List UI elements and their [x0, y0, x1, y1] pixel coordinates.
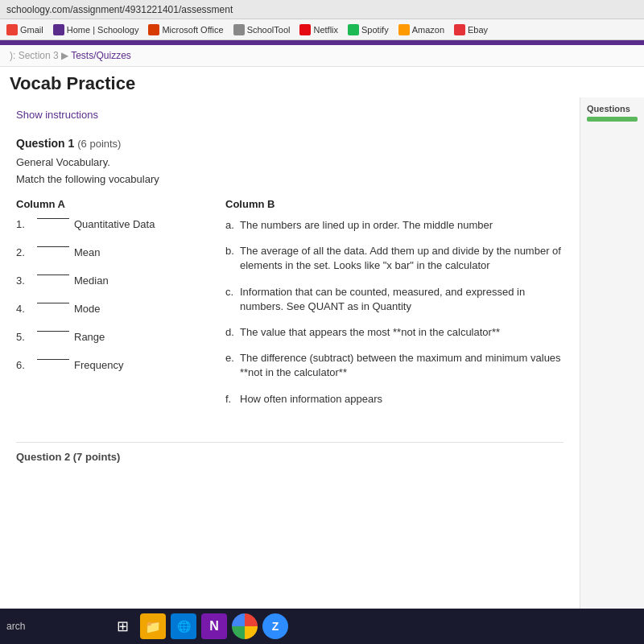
blank-line[interactable] — [37, 331, 69, 332]
amazon-icon — [398, 24, 410, 35]
schoology-icon — [53, 24, 64, 35]
blank-line[interactable] — [37, 246, 69, 247]
definition-text: The average of all the data. Add them up… — [240, 244, 564, 273]
breadcrumb-prefix: ): Section 3 — [10, 50, 59, 61]
list-item: b. The average of all the data. Add them… — [225, 244, 564, 273]
def-letter: f. — [225, 392, 240, 407]
right-sidebar: Questions — [580, 97, 644, 609]
main-area: ): Section 3 ▶ Tests/Quizzes Vocab Pract… — [0, 40, 644, 609]
bookmark-schoology[interactable]: Home | Schoology — [53, 24, 139, 35]
list-item: a. The numbers are lined up in order. Th… — [225, 218, 564, 233]
show-instructions-link[interactable]: Show instructions — [16, 109, 98, 121]
bookmark-ebay-label: Ebay — [468, 25, 488, 35]
bookmark-office-label: Microsoft Office — [162, 25, 223, 35]
list-item: 2. Mean — [16, 246, 209, 258]
column-b: Column B a. The numbers are lined up in … — [225, 198, 564, 418]
bookmark-ebay[interactable]: Ebay — [454, 24, 488, 35]
bookmark-gmail[interactable]: Gmail — [6, 24, 43, 35]
item-num: 6. — [16, 359, 32, 371]
questions-sidebar-label: Questions — [587, 104, 638, 114]
item-num: 3. — [16, 275, 32, 287]
file-explorer-icon[interactable]: 📁 — [140, 613, 166, 639]
bookmark-gmail-label: Gmail — [20, 25, 43, 35]
item-num: 4. — [16, 303, 32, 315]
windows-taskbar: arch ⊞ 📁 🌐 N Z — [0, 609, 644, 644]
def-letter: b. — [225, 244, 240, 258]
list-item: 4. Mode — [16, 303, 209, 315]
edge-icon[interactable]: 🌐 — [171, 613, 196, 639]
bookmark-spotify-label: Spotify — [361, 25, 389, 35]
bookmark-office[interactable]: Microsoft Office — [148, 24, 223, 35]
blank-line[interactable] — [37, 359, 69, 360]
office-icon — [148, 24, 159, 35]
definition-text: The value that appears the most **not in… — [240, 325, 564, 340]
gmail-icon — [6, 24, 18, 35]
spotify-icon — [348, 24, 359, 35]
taskbar-icons: ⊞ 📁 🌐 N Z — [109, 613, 288, 639]
chrome-icon[interactable] — [232, 613, 258, 639]
item-num: 2. — [16, 246, 32, 258]
blank-line[interactable] — [37, 303, 69, 303]
def-letter: d. — [225, 325, 240, 340]
content-area: Show instructions Question 1 (6 points) … — [0, 97, 644, 609]
breadcrumb-separator: ▶ — [61, 50, 71, 61]
netflix-icon — [299, 24, 311, 35]
matching-columns: Column A 1. Quantitative Data 2. Mean 3. — [16, 198, 564, 418]
list-item: 1. Quantitative Data — [16, 218, 209, 230]
list-item: d. The value that appears the most **not… — [225, 325, 564, 340]
question1-points: (6 points) — [77, 138, 121, 150]
def-letter: a. — [225, 218, 240, 233]
column-a: Column A 1. Quantitative Data 2. Mean 3. — [16, 198, 209, 418]
question1-subtext1: General Vocabulary. — [16, 156, 564, 168]
windows-button[interactable]: ⊞ — [109, 613, 135, 639]
list-item: f. How often information appears — [225, 392, 564, 407]
main-content: Show instructions Question 1 (6 points) … — [0, 97, 580, 609]
bookmarks-bar: Gmail Home | Schoology Microsoft Office … — [0, 19, 644, 40]
list-item: 3. Median — [16, 275, 209, 287]
page-title: Vocab Practice — [0, 67, 644, 97]
def-letter: e. — [225, 351, 240, 365]
bookmark-schooltool-label: SchoolTool — [247, 25, 291, 35]
bookmark-netflix[interactable]: Netflix — [299, 24, 338, 35]
url-text: schoology.com/assignment/4931221401/asse… — [6, 4, 233, 15]
definition-text: The difference (subtract) between the ma… — [240, 351, 564, 380]
def-letter: c. — [225, 285, 240, 299]
browser-url-bar: schoology.com/assignment/4931221401/asse… — [0, 0, 644, 19]
item-term: Quantitative Data — [74, 218, 155, 230]
column-a-header: Column A — [16, 198, 209, 210]
item-num: 5. — [16, 331, 32, 343]
list-item: 6. Frequency — [16, 359, 209, 371]
item-term: Mean — [74, 246, 101, 258]
zoom-icon[interactable]: Z — [262, 613, 288, 639]
item-term: Frequency — [74, 359, 123, 371]
onenote-icon[interactable]: N — [201, 613, 227, 639]
definition-text: How often information appears — [240, 392, 564, 407]
schooltool-icon — [233, 24, 245, 35]
column-b-header: Column B — [225, 198, 564, 210]
question1-label: Question 1 — [16, 137, 74, 150]
question1-subtext2: Match the following vocabulary — [16, 173, 564, 185]
question1-header: Question 1 (6 points) — [16, 137, 564, 150]
blank-line[interactable] — [37, 275, 69, 275]
list-item: 5. Range — [16, 331, 209, 343]
item-term: Range — [74, 331, 105, 343]
item-term: Mode — [74, 303, 101, 315]
bookmark-spotify[interactable]: Spotify — [348, 24, 389, 35]
breadcrumb: ): Section 3 ▶ Tests/Quizzes — [0, 45, 644, 67]
definition-text: Information that can be counted, measure… — [240, 285, 564, 314]
item-term: Median — [74, 275, 109, 287]
list-item: c. Information that can be counted, meas… — [225, 285, 564, 314]
breadcrumb-link[interactable]: Tests/Quizzes — [71, 50, 131, 61]
questions-progress-bar — [587, 117, 638, 122]
list-item: e. The difference (subtract) between the… — [225, 351, 564, 380]
bookmark-schoology-label: Home | Schoology — [67, 25, 139, 35]
bookmark-schooltool[interactable]: SchoolTool — [233, 24, 291, 35]
ebay-icon — [454, 24, 465, 35]
taskbar-search-text[interactable]: arch — [6, 621, 103, 632]
blank-line[interactable] — [37, 218, 69, 219]
bookmark-netflix-label: Netflix — [313, 25, 338, 35]
item-num: 1. — [16, 218, 32, 230]
bookmark-amazon[interactable]: Amazon — [398, 24, 444, 35]
definition-text: The numbers are lined up in order. The m… — [240, 218, 564, 233]
bookmark-amazon-label: Amazon — [412, 25, 444, 35]
